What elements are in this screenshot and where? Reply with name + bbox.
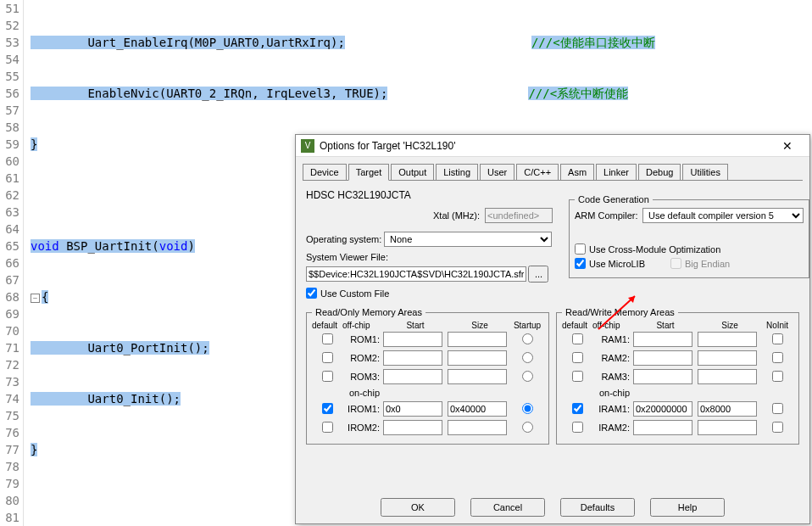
tab-utilities[interactable]: Utilities (682, 164, 727, 180)
defaults-button[interactable]: Defaults (560, 498, 635, 517)
close-icon[interactable]: ✕ (770, 139, 804, 153)
rom2-start-input[interactable] (383, 350, 442, 366)
iram1-row: IRAM1: (562, 401, 793, 417)
irom1-start-input[interactable] (383, 401, 442, 417)
tab-user[interactable]: User (480, 164, 514, 180)
ram3-default-checkbox[interactable] (572, 371, 583, 382)
tab-target[interactable]: Target (348, 164, 390, 181)
rom2-startup-radio[interactable] (522, 352, 533, 363)
ram3-noinit-checkbox[interactable] (772, 371, 783, 382)
ram1-default-checkbox[interactable] (572, 333, 583, 344)
device-name: HDSC HC32L190JCTA (306, 189, 559, 201)
ram1-size-input[interactable] (698, 332, 757, 347)
ram-fieldset: Read/Write Memory Areas default off-chip… (556, 307, 799, 445)
iram2-start-input[interactable] (633, 420, 692, 435)
rom3-size-input[interactable] (448, 369, 507, 384)
app-icon: V (301, 139, 314, 153)
ram3-row: RAM3: (562, 369, 793, 384)
big-endian-label: Big Endian (685, 259, 730, 269)
opsys-label: Operating system: (306, 234, 384, 244)
dialog-title: Options for Target 'HC32L190' (320, 140, 770, 152)
fold-icon[interactable]: − (31, 294, 40, 303)
tab-device[interactable]: Device (303, 164, 347, 180)
svf-input[interactable] (306, 266, 526, 282)
irom1-row: IROM1: (312, 401, 543, 417)
rom1-start-input[interactable] (383, 332, 442, 347)
tab-asm[interactable]: Asm (560, 164, 594, 180)
arm-compiler-label: ARM Compiler: (575, 210, 642, 221)
use-custom-file-checkbox[interactable] (306, 288, 317, 299)
rom3-startup-radio[interactable] (522, 371, 533, 382)
xtal-input[interactable] (485, 208, 553, 223)
ram1-row: RAM1: (562, 332, 793, 347)
opsys-select[interactable]: None (384, 232, 552, 247)
ram3-start-input[interactable] (633, 369, 692, 384)
dialog-titlebar[interactable]: V Options for Target 'HC32L190' ✕ (296, 135, 809, 157)
rom1-startup-radio[interactable] (522, 333, 533, 344)
rom1-default-checkbox[interactable] (322, 333, 333, 344)
tab-output[interactable]: Output (391, 164, 434, 180)
tab-debug[interactable]: Debug (638, 164, 681, 180)
irom2-start-input[interactable] (383, 420, 442, 435)
rom3-default-checkbox[interactable] (322, 371, 333, 382)
rom3-start-input[interactable] (383, 369, 442, 384)
rom1-row: ROM1: (312, 332, 543, 347)
ram2-start-input[interactable] (633, 350, 692, 366)
rom2-default-checkbox[interactable] (322, 352, 333, 363)
line-number-gutter: 51 52 53 54 55 56 57 58 59 60 61 62 63 6… (0, 0, 24, 526)
svf-browse-button[interactable]: ... (528, 266, 548, 283)
iram1-default-checkbox[interactable] (572, 403, 583, 414)
ram3-size-input[interactable] (698, 369, 757, 384)
rom3-row: ROM3: (312, 369, 543, 384)
iram2-size-input[interactable] (698, 420, 757, 435)
irom1-default-checkbox[interactable] (322, 403, 333, 414)
rom1-size-input[interactable] (448, 332, 507, 347)
iram2-noinit-checkbox[interactable] (772, 422, 783, 433)
use-custom-file-label: Use Custom File (320, 288, 389, 299)
irom2-default-checkbox[interactable] (322, 422, 333, 433)
irom2-size-input[interactable] (448, 420, 507, 435)
ram2-noinit-checkbox[interactable] (772, 352, 783, 363)
xtal-label: Xtal (MHz): (433, 210, 480, 221)
iram2-row: IRAM2: (562, 420, 793, 435)
ram2-default-checkbox[interactable] (572, 352, 583, 363)
svf-label: System Viewer File: (306, 252, 559, 262)
codegen-legend: Code Generation (575, 194, 653, 204)
ram2-size-input[interactable] (698, 350, 757, 366)
options-dialog: V Options for Target 'HC32L190' ✕ Device… (295, 134, 810, 524)
cross-module-label: Use Cross-Module Optimization (589, 244, 720, 255)
cross-module-checkbox[interactable] (575, 243, 586, 255)
dialog-button-bar: OK Cancel Defaults Help (296, 498, 809, 517)
ram1-start-input[interactable] (633, 332, 692, 347)
tab-bar: Device Target Output Listing User C/C++ … (303, 164, 803, 181)
iram1-start-input[interactable] (633, 401, 692, 417)
tab-ccpp[interactable]: C/C++ (516, 164, 559, 180)
ram2-row: RAM2: (562, 350, 793, 366)
iram2-default-checkbox[interactable] (572, 422, 583, 433)
iram1-size-input[interactable] (698, 401, 757, 417)
rom-fieldset: Read/Only Memory Areas default off-chip … (306, 307, 549, 445)
cancel-button[interactable]: Cancel (470, 498, 545, 517)
rom2-row: ROM2: (312, 350, 543, 366)
rom-legend: Read/Only Memory Areas (312, 307, 425, 317)
ram-legend: Read/Write Memory Areas (562, 307, 678, 317)
dialog-body: HDSC HC32L190JCTA Xtal (MHz): Operating … (296, 181, 809, 453)
big-endian-checkbox (670, 258, 681, 269)
microlib-label: Use MicroLIB (589, 259, 645, 269)
irom1-startup-radio[interactable] (522, 403, 533, 414)
irom1-size-input[interactable] (448, 401, 507, 417)
codegen-fieldset: Code Generation ARM Compiler: Use defaul… (569, 194, 809, 278)
arm-compiler-select[interactable]: Use default compiler version 5 (642, 208, 804, 223)
iram1-noinit-checkbox[interactable] (772, 403, 783, 414)
rom2-size-input[interactable] (448, 350, 507, 366)
irom2-startup-radio[interactable] (522, 422, 533, 433)
ok-button[interactable]: OK (381, 498, 455, 517)
tab-listing[interactable]: Listing (436, 164, 478, 180)
irom2-row: IROM2: (312, 420, 543, 435)
help-button[interactable]: Help (650, 498, 725, 517)
microlib-checkbox[interactable] (575, 258, 586, 269)
ram1-noinit-checkbox[interactable] (772, 333, 783, 344)
tab-linker[interactable]: Linker (596, 164, 637, 180)
